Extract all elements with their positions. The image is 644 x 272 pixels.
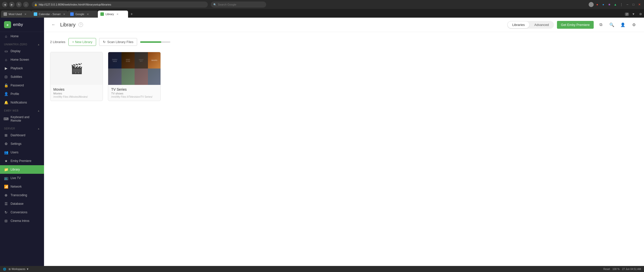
library-card-type-tv: TV shows — [111, 92, 157, 95]
browser-close[interactable]: ✕ — [637, 2, 642, 7]
sidebar-item-label-display: Display — [11, 49, 20, 53]
sidebar: e emby ⌂ Home Unimatrix-Zero ▲ ▭ Display… — [0, 18, 44, 266]
sidebar-item-playback[interactable]: ▶ Playback — [0, 64, 44, 73]
sidebar-item-label-notifications: Notifications — [11, 101, 27, 104]
browser-minimize[interactable]: – — [625, 2, 630, 7]
sidebar-item-subtitles[interactable]: ⊡ Subtitles — [0, 73, 44, 81]
live-tv-icon: 📺 — [4, 176, 8, 180]
tab-library[interactable]: Library ✕ — [98, 11, 128, 18]
library-card-name-movies: Movies — [53, 87, 100, 91]
header-tab-buttons: Libraries Advanced — [507, 21, 554, 29]
status-bar: 🌐 ⊞ Workspaces ▼ Reset 100 % 27 Jun 04:5… — [0, 266, 644, 272]
browser-ext-4[interactable]: ▲ — [613, 2, 618, 7]
sidebar-logo[interactable]: e emby — [0, 18, 44, 32]
tab-google[interactable]: Google ✕ — [68, 11, 98, 18]
scan-library-button[interactable]: ↻ Scan Library Files — [99, 38, 137, 46]
search-bar[interactable]: 🔍 Search Google — [211, 2, 266, 8]
library-card-path-movies: /mnt/My Files I/Movies/Movies/ — [53, 95, 100, 98]
tab-close-google[interactable]: ✕ — [87, 13, 89, 16]
header-search-btn[interactable]: 🔍 — [608, 21, 616, 29]
header-user-btn[interactable]: 👤 — [619, 21, 627, 29]
library-card-movies[interactable]: 🎬 Movies Movies /mnt/My Files I/Movies/M… — [50, 52, 103, 101]
library-card-name-tv: TV Series — [111, 87, 157, 91]
browser-ext-3[interactable]: ■ — [607, 2, 612, 7]
sidebar-item-dashboard[interactable]: ⊞ Dashboard — [0, 131, 44, 140]
dashboard-icon: ⊞ — [4, 133, 8, 137]
tab-calendar[interactable]: Calendar - Sonarr ✕ — [31, 11, 68, 18]
poster-night-sky: NIGHTSKY — [135, 52, 148, 69]
new-tab-btn[interactable]: + — [128, 11, 135, 18]
sidebar-item-notifications[interactable]: 🔔 Notifications — [0, 98, 44, 107]
zoom-value: 100 % — [613, 268, 620, 270]
sidebar-item-transcoding[interactable]: ⊕ Transcoding — [0, 191, 44, 199]
database-icon: ☰ — [4, 202, 8, 206]
sidebar-item-emby-premiere[interactable]: ★ Emby Premiere — [0, 157, 44, 165]
status-icon-1: 🌐 — [3, 268, 6, 270]
sidebar-item-home-screen[interactable]: ⌂ Home Screen — [0, 55, 44, 64]
content-body: 2 Libraries + New Library ↻ Scan Library… — [44, 32, 644, 266]
sidebar-item-cinema-intros[interactable]: ⊟ Cinema Intros — [0, 217, 44, 225]
sidebar-item-conversions[interactable]: ↻ Conversions — [0, 208, 44, 217]
library-card-tv-series[interactable]: DARK/WEB KINGDOM NIGHTSKY MARS — [108, 52, 161, 101]
scan-icon: ↻ — [103, 40, 106, 44]
section-collapse-embyweb[interactable]: ▲ — [37, 109, 40, 112]
refresh-btn[interactable]: ↻ — [16, 2, 22, 7]
tab-bar-right: 2 ▼ ⚙ — [625, 12, 643, 18]
sidebar-item-library[interactable]: 📁 Library — [0, 165, 44, 174]
playback-icon: ▶ — [4, 66, 8, 70]
new-library-button[interactable]: + New Library — [68, 38, 96, 46]
poster-7 — [135, 69, 148, 85]
sidebar-item-live-tv[interactable]: 📺 Live TV — [0, 174, 44, 182]
scan-progress-bar-container — [140, 41, 170, 43]
sidebar-item-home[interactable]: ⌂ Home — [0, 32, 44, 41]
tab-label-most-used: Most Used — [9, 13, 22, 16]
sidebar-item-profile[interactable]: 👤 Profile — [0, 90, 44, 98]
page-back-btn[interactable]: ← — [50, 21, 57, 28]
tab-close-most-used[interactable]: ✕ — [24, 13, 26, 16]
tab-close-calendar[interactable]: ✕ — [63, 13, 65, 16]
browser-maximize[interactable]: □ — [631, 2, 636, 7]
tab-most-used[interactable]: Most Used ✕ — [1, 11, 31, 18]
poster-mars: MARS — [148, 52, 161, 69]
sidebar-item-password[interactable]: 🔒 Password — [0, 81, 44, 90]
tab-label-library: Library — [105, 13, 114, 16]
sidebar-item-settings[interactable]: ⚙ Settings — [0, 140, 44, 148]
tab-btn-advanced[interactable]: Advanced — [530, 21, 553, 28]
get-premiere-button[interactable]: Get Emby Premiere — [557, 21, 594, 29]
tab-btn-libraries[interactable]: Libraries — [508, 21, 529, 28]
section-collapse-server[interactable]: ▲ — [37, 127, 40, 130]
sidebar-item-label-keyboard: Keyboard and Remote — [11, 115, 40, 122]
tab-settings-btn[interactable]: ⚙ — [638, 12, 643, 17]
tab-favicon-library — [100, 12, 104, 16]
star-icon: ★ — [4, 159, 8, 163]
forward-nav-btn[interactable]: ▶ — [9, 2, 15, 7]
poster-8 — [148, 69, 161, 85]
sidebar-item-display[interactable]: ▭ Display — [0, 47, 44, 55]
tab-close-library[interactable]: ✕ — [116, 13, 118, 16]
back-nav-btn[interactable]: ◀ — [2, 2, 8, 7]
zoom-reset-label[interactable]: Reset — [603, 268, 610, 270]
library-grid: 🎬 Movies Movies /mnt/My Files I/Movies/M… — [50, 52, 638, 101]
tab-list-btn[interactable]: ▼ — [631, 12, 636, 17]
header-settings-btn[interactable]: ⚙ — [630, 21, 638, 29]
sidebar-item-users[interactable]: 👥 Users — [0, 148, 44, 157]
sidebar-item-database[interactable]: ☰ Database — [0, 199, 44, 208]
browser-ext-5[interactable]: ⋮ — [619, 2, 624, 7]
url-bar[interactable]: 🔒 http://127.0.0.1:8096/web/index.html#!… — [32, 2, 208, 8]
library-icon: 📁 — [4, 167, 8, 172]
browser-ext-1[interactable]: ● — [595, 2, 600, 7]
cinema-intros-icon: ⊟ — [4, 219, 8, 223]
sidebar-item-keyboard-remote[interactable]: ⌨ Keyboard and Remote — [0, 113, 44, 125]
tv-poster-grid: DARK/WEB KINGDOM NIGHTSKY MARS — [108, 52, 161, 85]
home-btn[interactable]: ⌂ — [23, 2, 29, 7]
profile-avatar[interactable] — [589, 2, 594, 7]
help-icon[interactable]: ? — [78, 22, 83, 27]
workspaces-btn[interactable]: ⊞ Workspaces ▼ — [9, 268, 29, 270]
sidebar-item-label-dashboard: Dashboard — [11, 133, 25, 137]
browser-ext-2[interactable]: ● — [601, 2, 606, 7]
library-card-thumb-tv: DARK/WEB KINGDOM NIGHTSKY MARS — [108, 52, 161, 85]
sidebar-item-network[interactable]: 📶 Network — [0, 182, 44, 191]
transcoding-icon: ⊕ — [4, 193, 8, 197]
multiwindow-btn[interactable]: ⧉ — [597, 21, 605, 29]
section-collapse-unimatrix[interactable]: ▲ — [37, 43, 40, 46]
